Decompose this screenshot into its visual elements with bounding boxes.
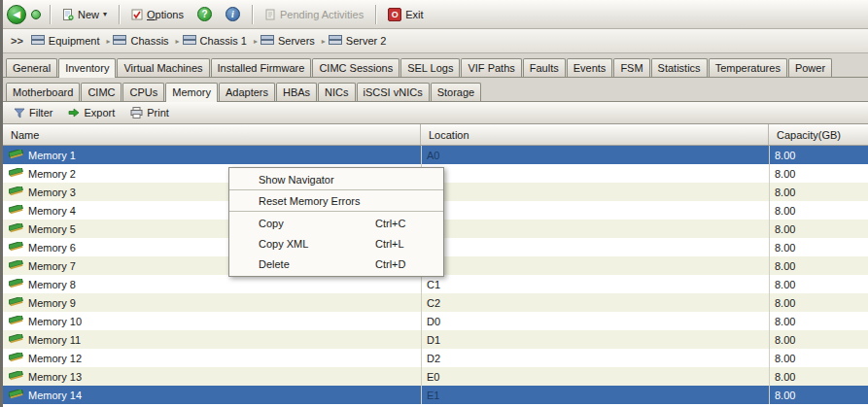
table-row[interactable]: Memory 9 C2 8.00 — [3, 293, 868, 312]
sub-tab[interactable]: Adapters — [219, 83, 275, 101]
new-button[interactable]: New ▾ — [56, 6, 113, 23]
main-tab-label: Virtual Machines — [123, 62, 202, 74]
export-button[interactable]: Export — [61, 104, 122, 121]
capacity-cell: 8.00 — [769, 183, 868, 201]
main-tab-strip: General Inventory Virtual Machines Insta… — [3, 53, 868, 78]
breadcrumb-label: Equipment — [49, 35, 100, 47]
memory-name: Memory 13 — [28, 371, 82, 383]
breadcrumb-item[interactable]: Chassis 1 ▸ — [183, 35, 260, 48]
info-button[interactable]: i — [220, 4, 246, 24]
sub-tab[interactable]: Storage — [431, 83, 482, 101]
capacity-cell: 8.00 — [769, 367, 868, 386]
column-header[interactable]: Capacity(GB) — [769, 124, 868, 145]
table-row[interactable]: Memory 12 D2 8.00 — [3, 349, 868, 367]
main-tab-label: Inventory — [65, 62, 109, 74]
menu-item[interactable]: Copy Ctrl+C — [229, 213, 443, 233]
main-tab[interactable]: Virtual Machines — [117, 58, 209, 77]
back-button[interactable]: ◀ — [7, 5, 26, 24]
pending-activities-label: Pending Activities — [280, 9, 364, 20]
exit-button[interactable]: O Exit — [382, 5, 429, 24]
sub-tab[interactable]: Memory — [165, 83, 218, 102]
sub-tab[interactable]: CPUs — [122, 83, 164, 101]
table-row[interactable]: Memory 10 D0 8.00 — [3, 312, 868, 330]
breadcrumb-item[interactable]: Servers ▸ — [260, 35, 329, 48]
memory-dimm-icon — [9, 297, 23, 309]
capacity-cell: 8.00 — [769, 386, 868, 404]
memory-dimm-icon — [9, 353, 23, 364]
menu-item[interactable]: Delete Ctrl+D — [229, 254, 443, 274]
main-tab[interactable]: Inventory — [58, 58, 116, 78]
sub-tab[interactable]: NICs — [318, 83, 355, 101]
main-tab[interactable]: Events — [567, 58, 613, 77]
memory-dimm-icon — [9, 316, 23, 327]
sub-tab-label: Storage — [437, 86, 475, 98]
memory-name: Memory 8 — [28, 279, 76, 290]
table-row[interactable]: Memory 8 C1 8.00 — [3, 275, 868, 293]
capacity-cell: 8.00 — [769, 164, 868, 183]
print-icon — [130, 107, 143, 119]
main-tab-label: Faults — [530, 62, 559, 74]
memory-name: Memory 11 — [28, 334, 81, 346]
breadcrumb-item[interactable]: Equipment ▸ — [31, 35, 114, 48]
menu-item-label: Show Navigator — [259, 174, 334, 186]
breadcrumb-label: Chassis — [130, 35, 168, 47]
main-tab[interactable]: Temperatures — [709, 58, 787, 77]
main-tab-label: Statistics — [658, 62, 701, 74]
breadcrumb-item[interactable]: Server 2 ▸ — [329, 35, 387, 48]
table-row[interactable]: Memory 1 A0 8.00 — [3, 146, 868, 164]
main-tab[interactable]: Faults — [523, 58, 566, 77]
options-button[interactable]: Options — [125, 6, 190, 23]
main-tab[interactable]: VIF Paths — [461, 58, 521, 77]
memory-dimm-icon — [9, 334, 23, 346]
column-header[interactable]: Location — [421, 124, 769, 145]
options-icon — [131, 9, 143, 20]
location-cell: E0 — [421, 367, 769, 386]
main-tab-label: FSM — [620, 62, 642, 74]
column-header[interactable]: Name — [3, 124, 421, 145]
forward-button[interactable] — [31, 10, 41, 19]
location-cell — [421, 201, 769, 220]
main-tab[interactable]: SEL Logs — [400, 58, 460, 77]
sub-tab[interactable]: Motherboard — [6, 83, 80, 101]
sub-tab-label: NICs — [325, 86, 348, 98]
sub-tab[interactable]: HBAs — [276, 83, 317, 101]
breadcrumb-arrow-icon: ▸ — [176, 37, 180, 46]
main-tab[interactable]: FSM — [613, 58, 649, 77]
sub-tab-label: HBAs — [283, 86, 310, 98]
main-tab-label: General — [13, 62, 51, 74]
memory-name: Memory 7 — [28, 260, 76, 272]
memory-name: Memory 6 — [28, 242, 76, 254]
menu-item[interactable]: Copy XML Ctrl+L — [229, 233, 443, 254]
memory-dimm-icon — [9, 390, 23, 401]
location-cell — [421, 220, 769, 238]
toolbar-separator — [119, 5, 120, 24]
memory-name: Memory 14 — [28, 390, 82, 401]
sub-tab[interactable]: CIMC — [81, 83, 122, 101]
capacity-cell: 8.00 — [769, 312, 868, 330]
table-row[interactable]: Memory 11 D1 8.00 — [3, 330, 868, 349]
breadcrumb-item[interactable]: Chassis ▸ — [113, 35, 182, 48]
main-toolbar: ◀ New ▾ Options ? i — [3, 0, 868, 29]
table-row[interactable]: Memory 13 E0 8.00 — [3, 367, 868, 386]
main-tab[interactable]: CIMC Sessions — [312, 58, 399, 77]
sub-tab-strip: Motherboard CIMC CPUs Memory Adapters HB… — [3, 78, 868, 102]
print-button[interactable]: Print — [123, 104, 176, 121]
sub-tab[interactable]: iSCSI vNICs — [357, 83, 430, 101]
breadcrumb-arrow-icon: ▸ — [322, 37, 326, 46]
menu-item[interactable]: Reset Memory Errors — [229, 191, 443, 212]
memory-name: Memory 2 — [28, 168, 76, 180]
info-icon: i — [226, 7, 240, 21]
memory-name: Memory 1 — [28, 150, 76, 161]
equipment-node-icon — [183, 35, 196, 48]
main-tab[interactable]: Statistics — [651, 58, 708, 77]
menu-item[interactable]: Show Navigator — [229, 170, 443, 190]
location-cell: C1 — [421, 275, 769, 293]
table-row[interactable]: Memory 14 E1 8.00 — [3, 386, 868, 404]
column-header-label: Capacity(GB) — [777, 129, 841, 141]
filter-button[interactable]: Filter — [7, 104, 59, 121]
pending-activities-button[interactable]: Pending Activities — [259, 6, 369, 23]
main-tab[interactable]: General — [6, 58, 57, 77]
help-button[interactable]: ? — [191, 4, 218, 24]
main-tab[interactable]: Installed Firmware — [211, 58, 312, 77]
main-tab[interactable]: Power — [788, 58, 832, 77]
